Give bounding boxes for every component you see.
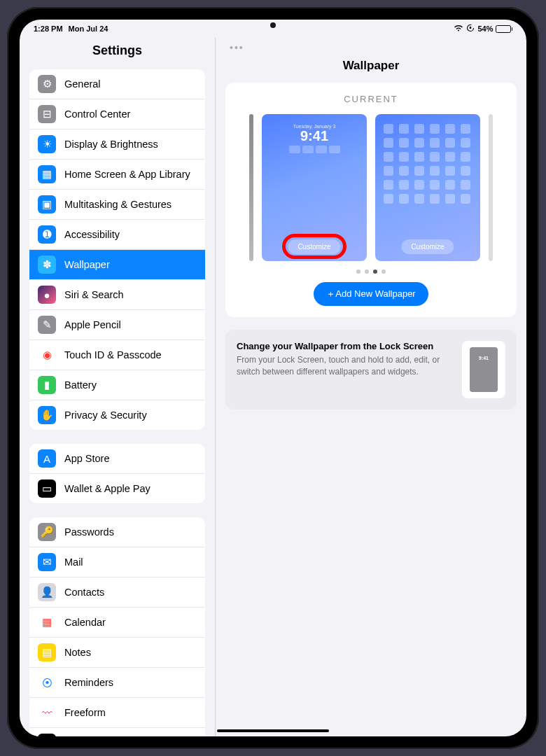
sidebar-item-apple-pencil[interactable]: ✎Apple Pencil: [29, 310, 205, 340]
lock-widget-row: [262, 146, 367, 153]
customize-home-button[interactable]: Customize: [401, 239, 454, 254]
sidebar-item-mail[interactable]: ✉Mail: [29, 547, 205, 578]
sidebar-item-app-store[interactable]: AApp Store: [29, 444, 205, 474]
sidebar-item-multitasking-gestures[interactable]: ▣Multitasking & Gestures: [29, 190, 205, 220]
home-app-grid-icon: [375, 114, 480, 214]
sidebar-item-label: Control Center: [64, 108, 130, 120]
svg-rect-1: [470, 27, 471, 29]
sidebar-item-label: Notes: [64, 647, 91, 658]
touch-icon: ◉: [38, 346, 56, 364]
wifi-icon: [454, 24, 463, 33]
contacts-icon: 👤: [38, 583, 56, 601]
info-thumb-icon: 9:41: [462, 341, 505, 398]
prev-wallpaper-edge[interactable]: [249, 114, 253, 261]
sidebar-item-home-screen-app-library[interactable]: ▦Home Screen & App Library: [29, 160, 205, 190]
privacy-icon: ✋: [38, 406, 56, 424]
sidebar-item-label: General: [64, 78, 101, 90]
sidebar-item-label: Passwords: [64, 526, 114, 538]
current-label: CURRENT: [237, 94, 505, 104]
sidebar-item-label: Contacts: [64, 587, 104, 598]
sidebar-item-display-brightness[interactable]: ☀Display & Brightness: [29, 130, 205, 160]
pager-dots[interactable]: [237, 270, 505, 274]
sidebar-item-reminders[interactable]: ⦿Reminders: [29, 668, 205, 698]
sidebar-item-label: Wallet & Apple Pay: [64, 483, 150, 494]
settings-sidebar: Settings ⚙︎General⊟Control Center☀Displa…: [20, 38, 216, 736]
passwords-icon: 🔑: [38, 523, 56, 541]
sidebar-item-battery[interactable]: ▮Battery: [29, 370, 205, 400]
rotation-lock-icon: [466, 24, 475, 34]
sidebar-item-wallet-apple-pay[interactable]: ▭Wallet & Apple Pay: [29, 474, 205, 503]
apple-icon: ✎: [38, 316, 56, 334]
sidebar-item-touch-id-passcode[interactable]: ◉Touch ID & Passcode: [29, 340, 205, 370]
sidebar-item-label: Multitasking & Gestures: [64, 199, 172, 210]
battery-status: 54%: [477, 24, 512, 33]
sidebar-item-label: Freeform: [64, 707, 106, 718]
home-icon: ▦: [38, 165, 56, 183]
sidebar-item-wallpaper[interactable]: ✽Wallpaper: [29, 250, 205, 280]
front-camera-icon: [270, 22, 276, 28]
next-wallpaper-edge[interactable]: [489, 114, 493, 261]
status-time: 1:28 PM: [34, 24, 63, 33]
customize-lock-button[interactable]: Customize: [288, 239, 340, 254]
plus-icon: ＋: [326, 288, 335, 299]
wallpaper-icon: ✽: [38, 255, 56, 274]
sidebar-item-calendar[interactable]: ▦Calendar: [29, 608, 205, 638]
wallet-icon: ▭: [38, 479, 56, 498]
status-date: Mon Jul 24: [69, 24, 108, 33]
sidebar-item-accessibility[interactable]: ➊Accessibility: [29, 220, 205, 250]
sidebar-item-label: Display & Brightness: [64, 139, 158, 150]
lock-preview-time: 9:41: [262, 129, 367, 143]
display-icon: ☀: [38, 135, 56, 153]
sidebar-item-contacts[interactable]: 👤Contacts: [29, 578, 205, 608]
control-icon: ⊟: [38, 105, 56, 123]
sidebar-title: Settings: [20, 38, 215, 69]
sidebar-item-passwords[interactable]: 🔑Passwords: [29, 517, 205, 547]
lock-screen-preview[interactable]: Tuesday, January 3 9:41 Customize: [262, 114, 367, 261]
current-wallpaper-card: CURRENT Tuesday, January 3 9:41 Customiz…: [225, 83, 517, 317]
home-screen-preview[interactable]: Customize: [375, 114, 480, 261]
sidebar-item-freeform[interactable]: 〰Freeform: [29, 698, 205, 728]
sidebar-item-notes[interactable]: ▤Notes: [29, 638, 205, 668]
page-title: Wallpaper: [216, 57, 526, 83]
sidebar-item-general[interactable]: ⚙︎General: [29, 69, 205, 99]
lock-screen-info-card: Change your Wallpaper from the Lock Scre…: [225, 330, 517, 410]
battery-icon: ▮: [38, 376, 56, 394]
sidebar-item-label: Accessibility: [64, 229, 120, 240]
sidebar-item-label: Home Screen & App Library: [64, 169, 190, 180]
calendar-icon: ▦: [38, 613, 56, 631]
home-indicator[interactable]: [217, 729, 329, 732]
main-panel: ••• Wallpaper CURRENT Tuesday, January 3…: [216, 38, 526, 736]
reminders-icon: ⦿: [38, 673, 56, 692]
info-title: Change your Wallpaper from the Lock Scre…: [237, 341, 454, 351]
siri-icon: ●: [38, 286, 56, 304]
mail-icon: ✉: [38, 553, 56, 571]
general-icon: ⚙︎: [38, 75, 56, 93]
sidebar-item-label: Battery: [64, 379, 97, 391]
sidebar-item-label: Wallpaper: [64, 259, 110, 270]
sidebar-item-label: Calendar: [64, 617, 106, 628]
sidebar-item-label: Privacy & Security: [64, 410, 147, 421]
notes-icon: ▤: [38, 643, 56, 662]
freeform-icon: 〰: [38, 704, 56, 722]
sidebar-item-label: Mail: [64, 556, 83, 568]
multitasking-icon: ▣: [38, 195, 56, 214]
sidebar-item-label: Apple Pencil: [64, 319, 121, 330]
sidebar-item-label: Touch ID & Passcode: [64, 349, 162, 360]
sidebar-item-label: App Store: [64, 453, 110, 464]
accessibility-icon: ➊: [38, 225, 56, 244]
info-body: From your Lock Screen, touch and hold to…: [237, 354, 454, 378]
app-icon: A: [38, 449, 56, 468]
add-new-wallpaper-button[interactable]: ＋Add New Wallpaper: [314, 282, 428, 306]
sidebar-item-privacy-security[interactable]: ✋Privacy & Security: [29, 400, 205, 430]
window-dots-icon[interactable]: •••: [216, 38, 526, 57]
sidebar-item-siri-search[interactable]: ●Siri & Search: [29, 280, 205, 310]
sidebar-item-control-center[interactable]: ⊟Control Center: [29, 99, 205, 130]
voice-icon: ♒: [38, 734, 56, 736]
sidebar-item-label: Reminders: [64, 677, 113, 688]
sidebar-item-voice-memos[interactable]: ♒Voice Memos: [29, 728, 205, 736]
sidebar-item-label: Siri & Search: [64, 289, 124, 300]
